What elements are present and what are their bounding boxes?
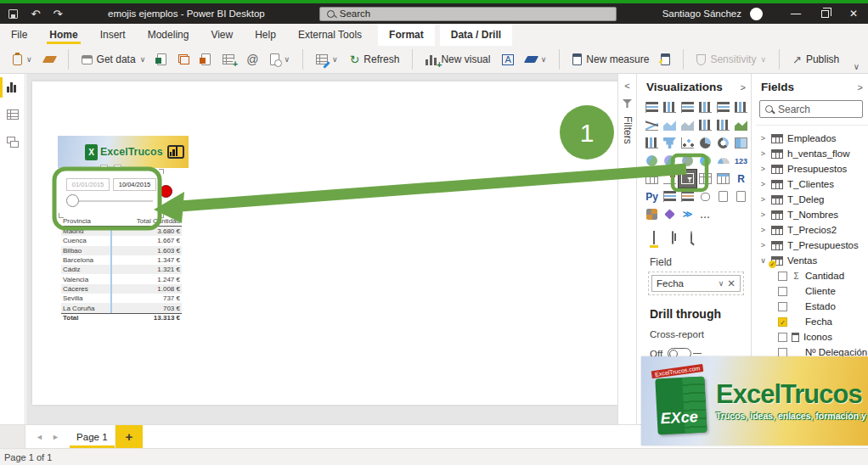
menu-insert[interactable]: Insert — [89, 24, 137, 46]
transform-data-button[interactable]: ∨ — [312, 51, 342, 68]
checkbox[interactable] — [778, 302, 787, 311]
menu-home[interactable]: Home — [38, 24, 88, 46]
visual-icon-kpi[interactable] — [661, 170, 679, 188]
fields-search-input[interactable]: Search — [759, 100, 863, 118]
paste-button[interactable]: ∨ — [8, 51, 37, 69]
report-canvas[interactable]: X ExcelTrucos 01/01/2015 10/04/20 — [26, 74, 617, 424]
visual-icon-100-stacked-bar-chart[interactable] — [714, 98, 732, 116]
more-elements-button[interactable]: ∨ — [521, 52, 551, 67]
menu-help[interactable]: Help — [244, 24, 287, 46]
restore-button[interactable] — [810, 3, 839, 24]
menu-format[interactable]: Format — [378, 24, 435, 46]
visual-icon-slicer[interactable] — [679, 170, 696, 188]
menu-view[interactable]: View — [200, 24, 244, 46]
next-page-icon[interactable]: ► — [52, 433, 59, 441]
visual-icon-waterfall-chart[interactable] — [643, 134, 661, 152]
visual-icon-decomposition-tree[interactable] — [679, 188, 696, 205]
page-tab-1[interactable]: Page 1 — [70, 425, 116, 448]
visual-icon-python[interactable]: Py — [643, 188, 661, 205]
table-row[interactable]: Cáceres1.008 € — [61, 284, 182, 294]
field-well-item-fecha[interactable]: Fecha ∨ ✕ — [651, 275, 741, 292]
add-page-button[interactable]: + — [116, 425, 143, 448]
dataset-hub-button[interactable] — [174, 51, 194, 68]
field-item-cliente[interactable]: Cliente — [756, 283, 868, 299]
visual-icon-azure-map[interactable] — [696, 152, 714, 170]
collapse-fields-icon[interactable]: > — [858, 82, 863, 92]
slicer-start-date-input[interactable]: 01/01/2015 — [66, 178, 110, 191]
slicer-slider-track[interactable] — [70, 200, 153, 202]
visual-icon-r-script[interactable]: R — [732, 170, 750, 188]
table-row[interactable]: La Coruña703 € — [61, 303, 182, 312]
table-item-ventas-expanded[interactable]: ∨Ventas — [756, 253, 868, 268]
table-item-t-nombres[interactable]: >T_Nombres — [756, 207, 868, 222]
global-search-input[interactable]: Search — [319, 7, 617, 21]
checkbox[interactable] — [778, 333, 787, 342]
table-item-presupuestos[interactable]: >Presupuestos — [756, 161, 868, 176]
slicer-end-date-input[interactable]: 10/04/2015 — [113, 178, 156, 191]
collapse-ribbon-icon[interactable]: ∨ — [854, 62, 860, 73]
menu-modeling[interactable]: Modeling — [137, 24, 200, 46]
visual-icon-power-automate[interactable] — [661, 205, 679, 223]
prev-page-icon[interactable]: ◄ — [36, 433, 43, 441]
user-name[interactable]: Santiago Sánchez — [662, 8, 741, 19]
tab-format[interactable] — [672, 232, 674, 248]
table-row[interactable]: Bilbao1.603 € — [61, 246, 182, 255]
checkbox[interactable] — [778, 272, 787, 281]
refresh-button[interactable]: ↻Refresh — [346, 50, 404, 69]
visual-icon-clustered-bar-chart[interactable] — [679, 98, 696, 116]
visual-icon-line-clustered-column-chart[interactable] — [714, 116, 732, 134]
visual-icon-filled-map[interactable] — [661, 152, 679, 170]
expand-filters-icon[interactable]: < — [624, 81, 629, 91]
visual-icon-ribbon-chart[interactable] — [732, 116, 750, 134]
visual-icon-stacked-column-chart[interactable] — [661, 98, 679, 116]
quick-measure-button[interactable] — [657, 50, 674, 69]
visual-icon-paginated-report[interactable] — [732, 188, 750, 205]
visual-icon-clustered-column-chart[interactable] — [696, 98, 714, 116]
report-view-button[interactable] — [0, 74, 25, 101]
excel-workbook-button[interactable] — [153, 50, 171, 69]
visual-icon-map[interactable] — [643, 152, 661, 170]
visual-icon-power-apps[interactable] — [643, 205, 661, 223]
visual-icon-line-stacked-column-chart[interactable] — [696, 116, 714, 134]
table-item-t-precios2[interactable]: >T_Precios2 — [756, 222, 868, 238]
get-more-visuals-button[interactable]: ... — [696, 205, 714, 223]
visual-icon-table[interactable] — [696, 170, 714, 188]
table-item-empleados[interactable]: >Empleados — [756, 131, 868, 146]
table-item-t-clientes[interactable]: >T_Clientes — [756, 176, 868, 192]
tab-fields-well[interactable] — [653, 232, 655, 248]
visual-icon-donut-chart[interactable] — [714, 134, 732, 152]
visual-icon-stacked-area-chart[interactable] — [679, 116, 696, 134]
close-button[interactable]: ✕ — [839, 3, 868, 24]
visual-icon-area-chart[interactable] — [661, 116, 679, 134]
enter-data-button[interactable] — [218, 51, 239, 68]
dataverse-button[interactable]: @ — [242, 49, 262, 70]
undo-icon[interactable]: ↶ — [25, 8, 47, 20]
visual-icon-matrix[interactable] — [714, 170, 732, 188]
field-item-fecha[interactable]: Fecha — [756, 314, 868, 329]
table-header-row[interactable]: ProvinciaTotal Cantidad — [61, 216, 182, 227]
avatar[interactable] — [750, 8, 763, 20]
table-row[interactable]: Cuenca1.667 € — [61, 236, 182, 245]
table-row[interactable]: Sevilla737 € — [61, 294, 182, 303]
visual-icon-smart-narrative[interactable] — [714, 188, 732, 205]
report-page[interactable]: X ExcelTrucos 01/01/2015 10/04/20 — [32, 81, 617, 405]
visual-icon-multi-row-card[interactable] — [643, 170, 661, 188]
tab-analytics[interactable] — [690, 232, 692, 248]
visual-icon-power-bi[interactable]: ≫ — [679, 205, 696, 223]
visual-icon-card[interactable]: 123 — [732, 152, 750, 170]
visual-header-filter-icon[interactable] — [100, 165, 108, 171]
table-row[interactable]: Madrid3.680 € — [61, 227, 182, 236]
chevron-down-icon[interactable]: ∨ — [719, 279, 724, 288]
selection-handle[interactable] — [59, 169, 64, 174]
visual-icon-stacked-bar-chart[interactable] — [643, 98, 661, 116]
remove-field-icon[interactable]: ✕ — [727, 277, 736, 289]
menu-external-tools[interactable]: External Tools — [287, 24, 373, 46]
visual-icon-key-influencers[interactable] — [661, 188, 679, 205]
table-row[interactable]: Valencia1.247 € — [61, 274, 182, 283]
date-slicer-visual[interactable]: 01/01/2015 10/04/2015 — [61, 171, 161, 216]
visual-icon-shape-map[interactable] — [679, 152, 696, 170]
table-item-h-ventas-flow[interactable]: >h_ventas_flow — [756, 146, 868, 161]
publish-button[interactable]: ↗Publish — [788, 50, 843, 69]
save-icon[interactable] — [8, 9, 18, 19]
visual-icon-funnel-chart[interactable] — [661, 134, 679, 152]
